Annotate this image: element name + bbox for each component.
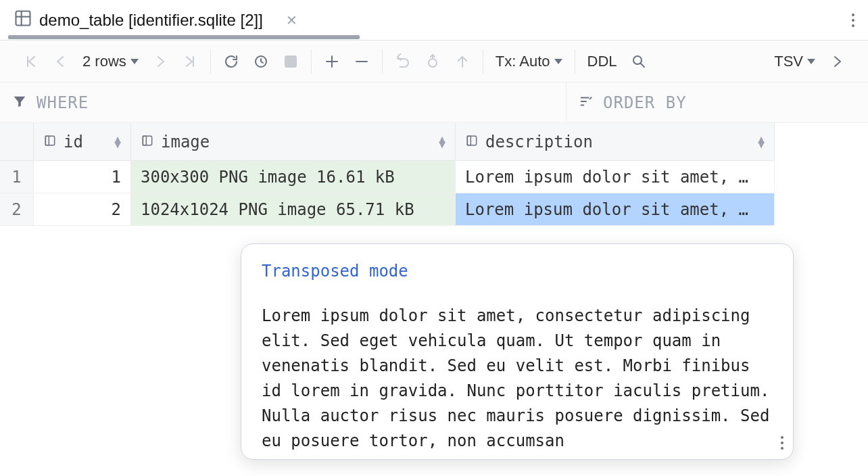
stop-button[interactable] xyxy=(277,48,304,75)
svg-rect-18 xyxy=(143,136,151,145)
last-page-button[interactable] xyxy=(176,48,203,75)
orderby-label: ORDER BY xyxy=(603,93,687,112)
row-count-dropdown[interactable]: 2 rows xyxy=(77,53,144,70)
close-icon[interactable]: ✕ xyxy=(286,12,297,28)
column-icon xyxy=(141,133,154,151)
search-button[interactable] xyxy=(625,48,652,75)
column-header-id[interactable]: id ▲▼ xyxy=(34,123,131,161)
submit-button[interactable] xyxy=(449,48,476,75)
column-name: image xyxy=(161,133,210,151)
cell-id[interactable]: 2 xyxy=(34,193,131,226)
svg-rect-20 xyxy=(467,136,476,145)
tx-mode-dropdown[interactable]: Tx: Auto xyxy=(490,53,568,70)
export-format-dropdown[interactable]: TSV xyxy=(769,53,821,70)
kebab-icon xyxy=(781,436,783,450)
data-grid: id ▲▼ image ▲▼ description ▲▼ 1 1 300x30… xyxy=(0,123,868,226)
svg-rect-16 xyxy=(45,136,54,145)
quick-doc-popup: Transposed mode Lorem ipsum dolor sit am… xyxy=(241,243,794,460)
chevron-down-icon xyxy=(807,59,815,64)
editor-tab[interactable]: demo_table [identifier.sqlite [2]] ✕ xyxy=(8,2,303,39)
chevron-down-icon xyxy=(554,59,562,64)
orderby-filter[interactable]: ORDER BY xyxy=(566,82,868,122)
export-format-label: TSV xyxy=(774,53,803,70)
svg-line-12 xyxy=(640,63,644,67)
commit-button[interactable] xyxy=(419,48,446,75)
column-name: description xyxy=(485,133,593,151)
cell-image[interactable]: 300x300 PNG image 16.61 kB xyxy=(131,161,456,193)
separator xyxy=(575,49,575,74)
popup-menu-button[interactable] xyxy=(781,436,783,450)
cell-image[interactable]: 1024x1024 PNG image 65.71 kB xyxy=(131,193,456,226)
add-row-button[interactable] xyxy=(318,48,345,75)
auto-reload-button[interactable] xyxy=(247,48,274,75)
prev-page-button[interactable] xyxy=(47,48,74,75)
separator xyxy=(210,49,211,74)
svg-rect-21 xyxy=(467,136,471,145)
filter-bar: WHERE ORDER BY xyxy=(0,82,868,123)
tab-active-indicator xyxy=(8,35,360,39)
stop-icon xyxy=(285,55,297,68)
filter-icon xyxy=(12,94,27,112)
rownum-header[interactable] xyxy=(0,123,34,161)
where-filter[interactable]: WHERE xyxy=(0,82,566,122)
row-number[interactable]: 2 xyxy=(0,193,34,226)
next-page-button[interactable] xyxy=(147,48,174,75)
separator xyxy=(382,49,383,74)
cell-id[interactable]: 1 xyxy=(34,161,131,193)
tab-title: demo_table [identifier.sqlite [2]] xyxy=(39,11,263,30)
tx-mode-label: Tx: Auto xyxy=(496,53,550,70)
revert-button[interactable] xyxy=(389,48,416,75)
tab-overflow-button[interactable] xyxy=(846,8,860,32)
where-label: WHERE xyxy=(37,93,89,112)
kebab-icon xyxy=(852,14,854,27)
tab-bar: demo_table [identifier.sqlite [2]] ✕ xyxy=(0,0,868,41)
table-icon xyxy=(14,9,32,32)
column-name: id xyxy=(64,133,83,151)
column-header-image[interactable]: image ▲▼ xyxy=(131,123,456,161)
more-button[interactable] xyxy=(823,48,850,75)
ddl-button[interactable]: DDL xyxy=(582,53,623,70)
separator xyxy=(311,49,312,74)
popup-body: Lorem ipsum dolor sit amet, consectetur … xyxy=(262,304,773,454)
svg-rect-19 xyxy=(143,136,146,145)
row-number[interactable]: 1 xyxy=(0,161,34,193)
column-header-description[interactable]: description ▲▼ xyxy=(456,123,775,161)
svg-point-9 xyxy=(429,59,437,67)
cell-description[interactable]: Lorem ipsum dolor sit amet, … xyxy=(456,193,775,226)
separator xyxy=(483,49,483,74)
sort-indicator-icon: ▲▼ xyxy=(439,137,445,147)
svg-rect-0 xyxy=(16,11,30,25)
first-page-button[interactable] xyxy=(18,48,45,75)
column-icon xyxy=(465,133,479,151)
cell-description[interactable]: Lorem ipsum dolor sit amet, … xyxy=(456,161,775,193)
popup-title-link[interactable]: Transposed mode xyxy=(262,262,773,281)
chevron-down-icon xyxy=(130,59,139,64)
column-icon xyxy=(43,133,57,151)
delete-row-button[interactable] xyxy=(348,48,375,75)
sort-indicator-icon: ▲▼ xyxy=(758,137,765,147)
toolbar: 2 rows Tx: Auto DDL TSV xyxy=(0,41,868,82)
ddl-label: DDL xyxy=(587,53,617,70)
sort-indicator-icon: ▲▼ xyxy=(114,137,121,147)
sort-icon xyxy=(579,94,594,112)
reload-button[interactable] xyxy=(218,48,245,75)
svg-rect-17 xyxy=(45,136,49,145)
row-count-label: 2 rows xyxy=(82,53,126,70)
